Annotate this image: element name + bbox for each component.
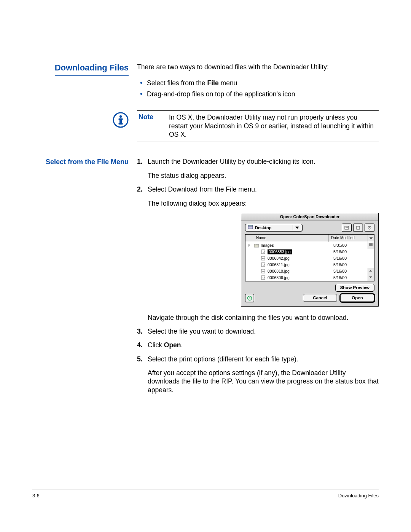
step1-a: Launch the Downloader Utility by double-… bbox=[148, 157, 379, 166]
file-name-cell: 0006811.jpg bbox=[252, 262, 331, 267]
step5-num: 5. bbox=[137, 355, 148, 395]
location-popup[interactable]: Desktop bbox=[245, 224, 303, 232]
note-body: Note In OS X, the Downloader Utility may… bbox=[137, 110, 379, 142]
step4-pre: Click bbox=[148, 341, 164, 349]
file-date: 5/16/00 bbox=[331, 256, 368, 261]
file-name: Images bbox=[261, 243, 274, 248]
note-row: Note In OS X, the Downloader Utility may… bbox=[42, 110, 379, 142]
file-row[interactable]: 0006853.jpg5/16/00 bbox=[245, 249, 374, 255]
file-date: 8/31/00 bbox=[331, 243, 368, 248]
step-2: 2. Select Download from the File menu. T… bbox=[137, 185, 379, 322]
svg-rect-14 bbox=[369, 245, 373, 246]
open-button[interactable]: Open bbox=[340, 294, 374, 302]
dialog-toolbar: Desktop bbox=[241, 220, 378, 234]
svg-rect-8 bbox=[357, 226, 360, 229]
disclosure-triangle-icon[interactable]: ▿ bbox=[245, 243, 252, 248]
footer: 3-6 Downloading Files bbox=[32, 493, 379, 498]
step-4: 4. Click Open. bbox=[137, 341, 379, 349]
heading-col: Downloading Files bbox=[42, 63, 137, 76]
file-row[interactable]: ▿Images8/31/00 bbox=[245, 242, 374, 249]
bullet1-post: menu bbox=[219, 79, 237, 87]
file-header: Name Date Modified bbox=[245, 235, 374, 242]
col-name[interactable]: Name bbox=[245, 235, 328, 242]
file-name-cell: 0006810.jpg bbox=[252, 269, 331, 274]
toolbar-icons bbox=[342, 224, 374, 232]
file-date: 5/16/00 bbox=[331, 262, 368, 267]
step5-body: Select the print options (different for … bbox=[148, 355, 379, 395]
file-name: 0006853.jpg bbox=[268, 249, 292, 254]
file-name: 0006811.jpg bbox=[268, 262, 290, 267]
file-name: 0006842.jpg bbox=[268, 256, 290, 261]
file-row[interactable]: 0006842.jpg5/16/00 bbox=[245, 255, 374, 262]
image-file-icon bbox=[261, 262, 266, 267]
step2-body: Select Download from the File menu. The … bbox=[148, 185, 379, 322]
page: Downloading Files There are two ways to … bbox=[0, 0, 411, 532]
help-icon[interactable]: ? bbox=[245, 294, 254, 302]
heading-row: Downloading Files There are two ways to … bbox=[42, 63, 379, 109]
info-icon bbox=[113, 112, 129, 128]
step1-num: 1. bbox=[137, 157, 148, 180]
show-preview-button[interactable]: Show Preview bbox=[335, 284, 374, 292]
svg-rect-6 bbox=[248, 225, 253, 226]
file-date: 5/16/00 bbox=[331, 275, 368, 280]
steps: 1. Launch the Downloader Utility by doub… bbox=[137, 157, 379, 394]
step3-a: Select the file you want to download. bbox=[148, 327, 379, 335]
section-title: Downloading Files bbox=[55, 63, 129, 76]
file-row[interactable]: 0006811.jpg5/16/00 bbox=[245, 262, 374, 268]
scrollbar[interactable] bbox=[368, 242, 374, 249]
svg-point-1 bbox=[119, 115, 122, 118]
step3-body: Select the file you want to download. bbox=[148, 327, 379, 335]
file-date: 5/16/00 bbox=[331, 269, 368, 274]
step1-body: Launch the Downloader Utility by double-… bbox=[148, 157, 379, 180]
file-row[interactable]: 0006806.jpg5/16/00 bbox=[245, 275, 374, 281]
step4-num: 4. bbox=[137, 341, 148, 349]
sort-direction[interactable] bbox=[368, 235, 374, 242]
recent-icon[interactable] bbox=[365, 224, 374, 232]
svg-rect-10 bbox=[370, 237, 373, 238]
cancel-button[interactable]: Cancel bbox=[303, 294, 337, 302]
step3-num: 3. bbox=[137, 327, 148, 335]
file-name-cell: 0006806.jpg bbox=[252, 275, 331, 280]
svg-text:?: ? bbox=[249, 297, 251, 300]
file-name: 0006810.jpg bbox=[268, 269, 290, 274]
scrollbar[interactable] bbox=[368, 275, 374, 281]
dialog-actions-2: ? Cancel Open bbox=[241, 292, 378, 306]
chevron-down-icon bbox=[295, 227, 299, 229]
step-5: 5. Select the print options (different f… bbox=[137, 355, 379, 395]
svg-rect-12 bbox=[369, 243, 373, 244]
dialog-wrap: Open: ColorSpan Downloader Desktop bbox=[148, 213, 379, 307]
steps-col: 1. Launch the Downloader Utility by doub… bbox=[137, 157, 379, 399]
image-file-icon bbox=[261, 256, 266, 260]
step5-a: Select the print options (different for … bbox=[148, 355, 379, 363]
step4-post: . bbox=[181, 341, 183, 349]
step2-c: Navigate through the disk containing the… bbox=[148, 313, 379, 322]
image-file-icon bbox=[261, 269, 266, 273]
svg-rect-3 bbox=[119, 118, 123, 120]
step-1: 1. Launch the Downloader Utility by doub… bbox=[137, 157, 379, 180]
step4-a: Click Open. bbox=[148, 341, 379, 349]
bullet-2: Drag-and-drop files on top of the applic… bbox=[137, 90, 379, 98]
step2-a: Select Download from the File menu. bbox=[148, 185, 379, 193]
open-dialog: Open: ColorSpan Downloader Desktop bbox=[241, 213, 379, 307]
step4-bold: Open bbox=[164, 341, 181, 349]
file-date: 5/16/00 bbox=[331, 249, 368, 254]
image-file-icon bbox=[261, 275, 266, 280]
step5-b: After you accept the options settings (i… bbox=[148, 369, 379, 394]
step4-body: Click Open. bbox=[148, 341, 379, 349]
file-list[interactable]: ▿Images8/31/000006853.jpg5/16/000006842.… bbox=[245, 242, 374, 281]
file-row[interactable]: 0006810.jpg5/16/00 bbox=[245, 268, 374, 275]
favorites-icon[interactable] bbox=[353, 224, 363, 232]
col-date-label: Date Modified bbox=[331, 236, 355, 241]
step-3: 3. Select the file you want to download. bbox=[137, 327, 379, 335]
dialog-title: Open: ColorSpan Downloader bbox=[241, 213, 378, 220]
file-name: 0006806.jpg bbox=[268, 275, 290, 280]
scrollbar[interactable] bbox=[368, 268, 374, 275]
intro-text: There are two ways to download files wit… bbox=[137, 63, 379, 71]
info-icon-wrap bbox=[42, 110, 137, 129]
bullet-list: Select files from the File menu Drag-and… bbox=[137, 79, 379, 98]
shortcuts-icon[interactable] bbox=[342, 224, 352, 232]
col-date[interactable]: Date Modified bbox=[328, 235, 368, 242]
intro-col: There are two ways to download files wit… bbox=[137, 63, 379, 109]
note-text: In OS X, the Downloader Utility may not … bbox=[169, 113, 377, 139]
file-name-cell: 0006842.jpg bbox=[252, 256, 331, 261]
